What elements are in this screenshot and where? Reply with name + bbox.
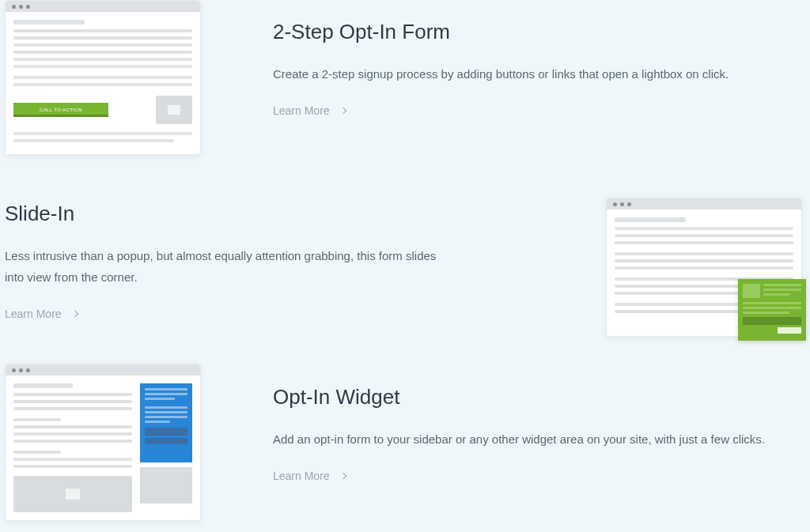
feature-title: 2-Step Opt-In Form [273, 19, 794, 46]
image-placeholder-icon [13, 476, 132, 512]
chevron-right-icon [339, 108, 346, 114]
learn-more-link[interactable]: Learn More [5, 308, 78, 320]
window-traffic-lights [6, 364, 200, 375]
learn-more-label: Learn More [5, 308, 62, 320]
cta-button-illustration: CALL TO ACTION [13, 103, 108, 117]
illustration-slide-in [606, 198, 802, 337]
window-traffic-lights [607, 198, 801, 209]
image-placeholder-icon [156, 96, 192, 124]
feature-description: Create a 2-step signup process by adding… [273, 63, 779, 85]
learn-more-link[interactable]: Learn More [273, 104, 346, 117]
chevron-right-icon [71, 311, 78, 317]
learn-more-label: Learn More [273, 104, 330, 117]
learn-more-link[interactable]: Learn More [273, 470, 346, 482]
feature-description: Less intrusive than a popup, but almost … [5, 245, 448, 288]
illustration-two-step: CALL TO ACTION [5, 0, 201, 155]
feature-title: Slide-In [5, 201, 448, 228]
slide-in-panel-illustration [738, 279, 806, 341]
feature-slide-in: Slide-In Less intrusive than a popup, bu… [0, 158, 810, 364]
feature-description: Add an opt-in form to your sidebar or an… [273, 428, 779, 450]
feature-title: Opt-In Widget [273, 384, 794, 411]
window-traffic-lights [6, 1, 200, 12]
image-placeholder-icon [743, 284, 760, 298]
chevron-right-icon [339, 473, 346, 479]
sidebar-widget-illustration [140, 383, 192, 462]
feature-optin-widget: Opt-In Widget Add an opt-in form to your… [0, 364, 810, 532]
illustration-optin-widget [5, 364, 201, 521]
learn-more-label: Learn More [273, 470, 330, 482]
feature-two-step-optin: CALL TO ACTION 2-Step Opt-In Form Create… [0, 0, 810, 158]
cta-label: CALL TO ACTION [40, 108, 82, 112]
